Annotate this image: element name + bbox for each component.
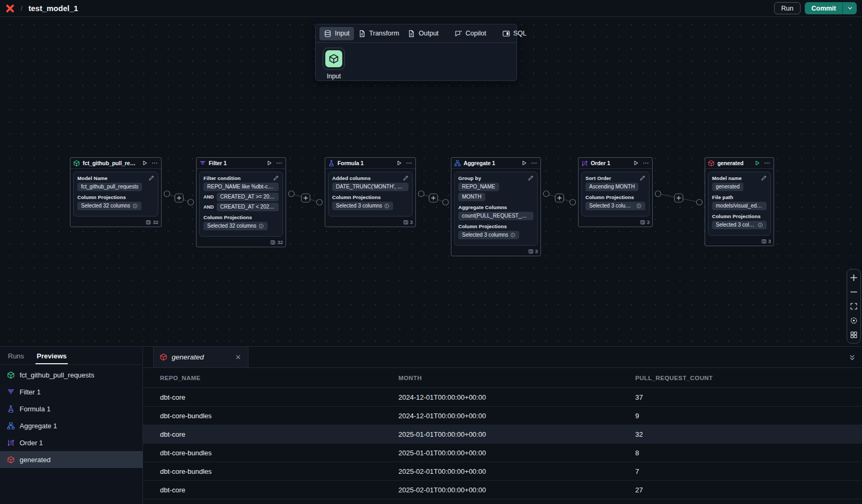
node-menu-button[interactable]: [276, 159, 283, 167]
node-play-button[interactable]: [395, 159, 403, 167]
section-row: Selected 3 columns: [332, 202, 408, 210]
sidebar-item-formula-1[interactable]: Formula 1: [0, 400, 143, 417]
table-row[interactable]: dbt-core-bundles2025-01-01T00:00:00+00:0…: [143, 444, 862, 462]
filter-purple: [199, 160, 206, 167]
output-port[interactable]: [655, 191, 661, 197]
output-port[interactable]: [164, 191, 170, 197]
info-icon[interactable]: [259, 223, 264, 229]
commit-dropdown-button[interactable]: [842, 2, 857, 14]
node-play-button[interactable]: [753, 159, 761, 167]
value-pill[interactable]: DATE_TRUNC('MONTH', CREATED_AT…: [332, 183, 408, 191]
collapse-panel-button[interactable]: [847, 352, 857, 363]
output-port[interactable]: [544, 191, 549, 197]
table-row[interactable]: dbt-core-bundles2025-02-01T00:00:00+00:0…: [143, 462, 862, 481]
input-port[interactable]: [188, 200, 194, 205]
edit-pencil-icon[interactable]: [528, 175, 534, 181]
focus-button[interactable]: [849, 316, 859, 326]
commit-button[interactable]: Commit: [805, 2, 842, 14]
node-aggregate-1[interactable]: Aggregate 1Group byREPO_NAMEMONTHAggrega…: [451, 157, 541, 256]
add-node-button[interactable]: [555, 194, 564, 202]
input-port[interactable]: [570, 200, 576, 205]
edit-pencil-icon[interactable]: [639, 175, 646, 181]
table-row[interactable]: dbt-core2025-01-01T00:00:00+00:0032: [143, 425, 862, 444]
zoom-in-button[interactable]: [849, 273, 859, 283]
tab-previews[interactable]: Previews: [35, 348, 67, 364]
value-pill[interactable]: Ascending MONTH: [585, 183, 638, 191]
edit-pencil-icon[interactable]: [273, 175, 279, 181]
minimap-button[interactable]: [849, 330, 859, 340]
value-pill[interactable]: Selected 3 columns: [585, 202, 645, 210]
input-port[interactable]: [697, 200, 703, 205]
node-menu-button[interactable]: [405, 159, 413, 167]
palette-tab-sql[interactable]: SQL: [498, 27, 531, 40]
value-pill[interactable]: REPO_NAME like %dbt-core%: [203, 183, 279, 191]
node-menu-button[interactable]: [151, 159, 158, 167]
table-row[interactable]: dbt-core-bundles2024-12-01T00:00:00+00:0…: [143, 407, 862, 425]
node-menu-button[interactable]: [530, 159, 538, 167]
run-button[interactable]: Run: [774, 2, 801, 14]
dbt-logo-icon[interactable]: [5, 4, 15, 13]
fit-view-button[interactable]: [849, 301, 859, 311]
node-play-button[interactable]: [520, 159, 528, 167]
palette-tab-output[interactable]: Output: [403, 27, 443, 40]
value-pill[interactable]: CREATED_AT >= 2024-12-01: [217, 193, 279, 201]
node-filter-1[interactable]: Filter 1Filter conditionREPO_NAME like %…: [196, 157, 286, 247]
sidebar-item-filter-1[interactable]: Filter 1: [0, 383, 143, 400]
add-node-button[interactable]: [674, 194, 683, 202]
info-icon[interactable]: [510, 232, 516, 238]
node-fct_github_pull_requests[interactable]: fct_github_pull_requestsModel Namefct_gi…: [70, 157, 162, 227]
add-node-button[interactable]: [429, 194, 438, 202]
value-pill[interactable]: Selected 32 columns: [203, 222, 268, 230]
add-node-button[interactable]: [301, 194, 310, 202]
dag-canvas[interactable]: InputTransformOutputCopilotSQL Input fct…: [0, 17, 862, 346]
input-port[interactable]: [443, 200, 449, 205]
sidebar-item-order-1[interactable]: Order 1: [0, 434, 143, 451]
info-icon[interactable]: [384, 203, 389, 209]
node-generated[interactable]: generatedModel namegeneratedFile pathmod…: [705, 157, 774, 246]
node-order-1[interactable]: Order 1Sort OrderAscending MONTHColumn P…: [578, 157, 653, 227]
value-pill[interactable]: MONTH: [458, 193, 485, 201]
section-label: Column Projections: [203, 214, 279, 220]
palette-item-input[interactable]: Input: [323, 48, 345, 80]
add-node-button[interactable]: [175, 194, 183, 202]
node-play-button[interactable]: [141, 159, 148, 167]
table-cell: dbt-core-bundles: [143, 412, 387, 420]
edit-pencil-icon[interactable]: [148, 175, 155, 181]
info-icon[interactable]: [132, 203, 138, 209]
table-row[interactable]: dbt-core2025-02-01T00:00:00+00:0027: [143, 481, 862, 499]
output-port[interactable]: [289, 191, 295, 197]
value-pill[interactable]: models/visual_editor: [712, 202, 767, 210]
table-row[interactable]: dbt-core2024-12-01T00:00:00+00:0037: [143, 388, 862, 407]
value-pill[interactable]: Selected 3 columns: [712, 221, 767, 229]
sidebar-item-generated[interactable]: generated: [0, 451, 143, 468]
tab-runs[interactable]: Runs: [7, 348, 25, 364]
close-icon[interactable]: [234, 353, 242, 362]
value-pill[interactable]: Selected 3 columns: [458, 231, 519, 239]
palette-tab-transform[interactable]: Transform: [354, 27, 404, 40]
palette-tab-copilot[interactable]: Copilot: [450, 27, 491, 40]
table-cell: 2024-12-01T00:00:00+00:00: [387, 412, 624, 420]
info-icon[interactable]: [636, 203, 642, 209]
value-pill[interactable]: count(PULL_REQUEST_NUMBER) as …: [458, 212, 534, 220]
node-menu-button[interactable]: [763, 159, 771, 167]
info-icon[interactable]: [758, 222, 763, 228]
value-pill[interactable]: fct_github_pull_requests: [77, 183, 142, 191]
value-pill[interactable]: generated: [712, 183, 743, 191]
value-pill[interactable]: Selected 3 columns: [332, 202, 393, 210]
zoom-out-button[interactable]: [849, 287, 859, 297]
node-formula-1[interactable]: Formula 1Added columnsDATE_TRUNC('MONTH'…: [325, 157, 416, 227]
output-port[interactable]: [419, 191, 424, 197]
sidebar-item-aggregate-1[interactable]: Aggregate 1: [0, 417, 143, 434]
preview-tab-generated[interactable]: generated: [153, 347, 248, 367]
node-menu-button[interactable]: [642, 159, 650, 167]
input-port[interactable]: [317, 200, 323, 205]
palette-tab-input[interactable]: Input: [319, 27, 354, 40]
value-pill[interactable]: CREATED_AT < 2025-03-01: [217, 203, 279, 211]
node-play-button[interactable]: [632, 159, 639, 167]
value-pill[interactable]: REPO_NAME: [458, 183, 499, 191]
value-pill[interactable]: Selected 32 columns: [77, 202, 141, 210]
edit-pencil-icon[interactable]: [761, 175, 767, 181]
edit-pencil-icon[interactable]: [403, 175, 409, 181]
sidebar-item-fct_github_pull_requests[interactable]: fct_github_pull_requests: [0, 366, 143, 383]
node-play-button[interactable]: [265, 159, 273, 167]
